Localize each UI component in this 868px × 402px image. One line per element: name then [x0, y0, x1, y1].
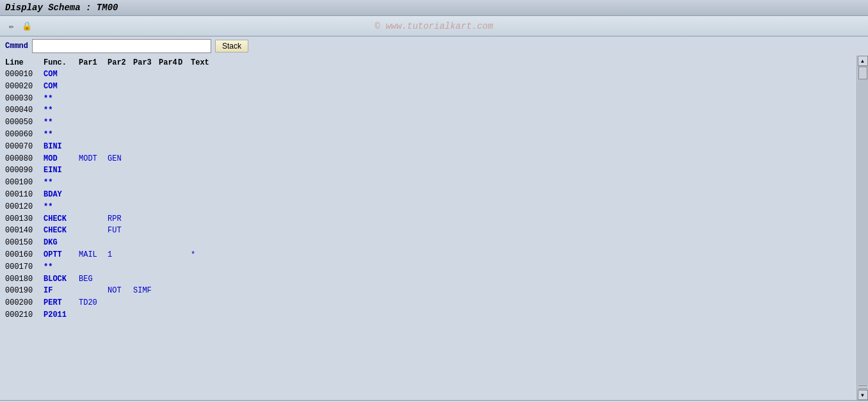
table-row[interactable]: 000150DKG: [5, 237, 851, 249]
data-rows-container: 000010COM000020COM000030**000040**000050…: [5, 68, 851, 321]
col-header-par2: Par2: [108, 58, 133, 67]
table-row[interactable]: 000070BINI: [5, 141, 851, 153]
scroll-thumb[interactable]: [858, 67, 867, 79]
table-row[interactable]: 000010COM: [5, 68, 851, 81]
scroll-up-button[interactable]: ▲: [858, 56, 868, 66]
column-headers: Line Func. Par1 Par2 Par3 Par4 D Text: [5, 57, 851, 68]
table-row[interactable]: 000190IFNOTSIMF: [5, 285, 851, 297]
data-area: Line Func. Par1 Par2 Par3 Par4 D Text 00…: [0, 56, 856, 400]
col-header-line: Line: [5, 58, 44, 67]
table-row[interactable]: 000100**: [5, 177, 851, 189]
col-header-d: D: [178, 58, 191, 67]
title-bar: Display Schema : TM00: [0, 0, 868, 16]
table-row[interactable]: 000050**: [5, 117, 851, 129]
table-row[interactable]: 000170**: [5, 261, 851, 273]
toolbar: ✏ 🔒 © www.tutorialkart.com: [0, 16, 868, 36]
scroll-down-button[interactable]: ▼: [858, 390, 868, 400]
watermark: © www.tutorialkart.com: [375, 21, 494, 31]
scroll-divider: [858, 385, 867, 389]
table-row[interactable]: 000090EINI: [5, 165, 851, 177]
table-row[interactable]: 000040**: [5, 104, 851, 117]
table-row[interactable]: 000130CHECKRPR: [5, 213, 851, 225]
table-row[interactable]: 000120**: [5, 201, 851, 213]
col-header-func: Func.: [44, 58, 79, 67]
table-row[interactable]: 000110BDAY: [5, 189, 851, 201]
stack-button[interactable]: Stack: [215, 40, 248, 52]
scroll-track: [858, 66, 868, 385]
table-row[interactable]: 000200PERTTD20: [5, 297, 851, 309]
table-row[interactable]: 000140CHECKFUT: [5, 225, 851, 237]
table-row[interactable]: 000160OPTTMAIL1*: [5, 249, 851, 261]
col-header-par1: Par1: [79, 58, 108, 67]
command-label: Cmmnd: [5, 42, 28, 51]
right-scrollbar[interactable]: ▲ ▼: [856, 56, 868, 400]
page-title: Display Schema : TM00: [5, 3, 118, 13]
table-row[interactable]: 000210P2011: [5, 309, 851, 321]
command-bar: Cmmnd Stack: [0, 36, 868, 56]
lock-icon[interactable]: 🔒: [20, 20, 33, 33]
table-row[interactable]: 000080MODMODTGEN: [5, 153, 851, 165]
command-input[interactable]: [32, 39, 211, 53]
col-header-par4: Par4: [159, 58, 178, 67]
table-row[interactable]: 000030**: [5, 93, 851, 105]
table-row[interactable]: 000020COM: [5, 81, 851, 93]
col-header-par3: Par3: [133, 58, 159, 67]
table-row[interactable]: 000180BLOCKBEG: [5, 273, 851, 285]
table-row[interactable]: 000060**: [5, 129, 851, 141]
pencil-icon[interactable]: ✏: [5, 20, 18, 33]
col-header-text: Text: [191, 58, 319, 67]
